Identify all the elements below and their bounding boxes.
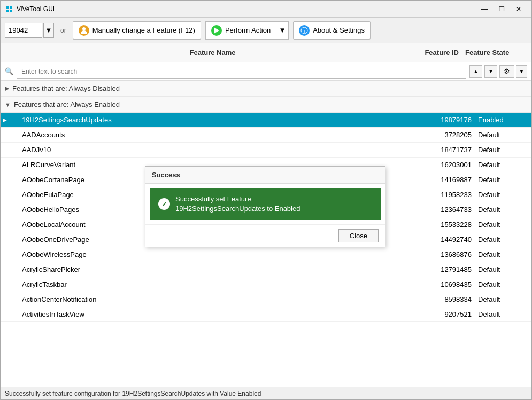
- manually-change-label: Manually change a Feature (F12): [92, 26, 195, 34]
- about-settings-label: About & Settings: [313, 26, 365, 34]
- row-feature-state: Default: [478, 191, 531, 199]
- chevron-down-icon: ▼: [5, 101, 11, 108]
- table-row[interactable]: ▶ 19H2SettingsSearchUpdates 19879176 Ena…: [1, 113, 531, 128]
- group-always-disabled[interactable]: ▶ Features that are: Always Disabled: [1, 81, 531, 97]
- restore-button[interactable]: ❐: [493, 1, 510, 18]
- search-settings-dropdown[interactable]: ▼: [516, 65, 527, 78]
- version-dropdown[interactable]: ▼: [5, 23, 54, 38]
- row-feature-id: 18471737: [425, 146, 478, 154]
- search-next-button[interactable]: ▼: [484, 65, 497, 78]
- row-feature-id: 9207521: [425, 310, 478, 318]
- table-row[interactable]: ActivitiesInTaskView 9207521 Default: [1, 307, 531, 322]
- row-feature-state: Default: [478, 265, 531, 273]
- row-feature-name: AADAccounts: [9, 131, 425, 139]
- row-feature-id: 19879176: [425, 116, 478, 124]
- row-feature-name: ActivitiesInTaskView: [9, 310, 425, 318]
- success-dialog: Success ✓ Successfully set Feature 19H2S…: [145, 166, 385, 247]
- row-feature-name: AADJv10: [9, 146, 425, 154]
- dialog-footer: Close: [145, 224, 385, 247]
- row-feature-id: 11958233: [425, 191, 478, 199]
- row-feature-state: Default: [478, 161, 531, 169]
- group-enabled-label: Features that are: Always Enabled: [14, 100, 120, 108]
- search-input[interactable]: [17, 65, 466, 79]
- chevron-right-icon: ▶: [5, 85, 9, 92]
- table-row[interactable]: AOobeWirelessPage 13686876 Default: [1, 247, 531, 262]
- row-feature-id: 10698435: [425, 280, 478, 288]
- row-feature-state: Default: [478, 310, 531, 318]
- svg-text:i: i: [304, 28, 305, 34]
- row-feature-id: 16203001: [425, 161, 478, 169]
- group-always-enabled[interactable]: ▼ Features that are: Always Enabled: [1, 97, 531, 113]
- row-feature-id: 12364733: [425, 206, 478, 214]
- svg-rect-2: [6, 10, 9, 12]
- perform-action-button[interactable]: Perform Action: [205, 21, 276, 40]
- dialog-title: Success: [145, 167, 385, 184]
- row-feature-state: Default: [478, 206, 531, 214]
- minimize-button[interactable]: —: [476, 1, 493, 18]
- check-icon: ✓: [158, 198, 170, 210]
- row-feature-name: 19H2SettingsSearchUpdates: [9, 116, 425, 124]
- close-button[interactable]: ✕: [510, 1, 527, 18]
- dialog-msg-line1: Successfully set Feature: [175, 195, 251, 203]
- row-feature-state: Default: [478, 236, 531, 244]
- svg-rect-3: [10, 10, 12, 12]
- row-feature-name: ActionCenterNotification: [9, 295, 425, 303]
- row-feature-id: 12791485: [425, 265, 478, 273]
- dialog-message-text: Successfully set Feature 19H2SettingsSea…: [175, 194, 300, 214]
- svg-rect-0: [6, 6, 9, 9]
- col-header-feature-state: Feature State: [465, 49, 519, 57]
- or-label: or: [60, 27, 66, 34]
- user-icon: [79, 25, 89, 36]
- manually-change-button[interactable]: Manually change a Feature (F12): [73, 21, 201, 40]
- title-bar-controls: — ❐ ✕: [476, 1, 527, 18]
- main-window: ViVeTool GUI — ❐ ✕ ▼ or Manually change …: [0, 0, 532, 400]
- version-dropdown-arrow[interactable]: ▼: [43, 23, 54, 38]
- row-feature-state: Default: [478, 146, 531, 154]
- search-icon: 🔍: [5, 67, 13, 75]
- row-feature-state: Default: [478, 131, 531, 139]
- row-feature-id: 14169887: [425, 176, 478, 184]
- about-settings-button[interactable]: i About & Settings: [293, 21, 371, 40]
- row-feature-state: Default: [478, 221, 531, 229]
- search-settings-button[interactable]: ⚙: [499, 65, 514, 78]
- col-header-feature-id: Feature ID: [412, 49, 465, 57]
- svg-rect-1: [10, 6, 12, 9]
- table-row[interactable]: AcrylicSharePicker 12791485 Default: [1, 262, 531, 277]
- table-row[interactable]: AcrylicTaskbar 10698435 Default: [1, 277, 531, 292]
- row-feature-name: AcrylicTaskbar: [9, 280, 425, 288]
- row-feature-name: AcrylicSharePicker: [9, 265, 425, 273]
- row-feature-state: Default: [478, 176, 531, 184]
- version-input[interactable]: [5, 23, 42, 38]
- search-controls: ▲ ▼ ⚙ ▼: [469, 65, 527, 78]
- toolbar: ▼ or Manually change a Feature (F12) Per…: [1, 18, 531, 43]
- perform-action-splitbutton: Perform Action ▼: [205, 21, 289, 40]
- search-prev-button[interactable]: ▲: [469, 65, 482, 78]
- svg-point-4: [82, 27, 86, 30]
- main-content: ▶ Features that are: Always Disabled ▼ F…: [1, 81, 531, 387]
- row-feature-id: 8598334: [425, 295, 478, 303]
- dialog-close-button[interactable]: Close: [338, 229, 379, 242]
- play-icon: [211, 25, 222, 36]
- search-bar: 🔍 ▲ ▼ ⚙ ▼: [1, 62, 531, 81]
- col-header-feature-name: Feature Name: [13, 49, 412, 57]
- table-row[interactable]: AADJv10 18471737 Default: [1, 143, 531, 158]
- table-header: Feature Name Feature ID Feature State: [1, 43, 531, 62]
- table-row[interactable]: AADAccounts 3728205 Default: [1, 128, 531, 143]
- dialog-msg-line2: 19H2SettingsSearchUpdates to Enabled: [175, 205, 300, 213]
- table-row[interactable]: ActionCenterNotification 8598334 Default: [1, 292, 531, 307]
- group-disabled-label: Features that are: Always Disabled: [12, 84, 120, 92]
- dialog-success-message: ✓ Successfully set Feature 19H2SettingsS…: [150, 188, 381, 220]
- info-icon: i: [299, 25, 310, 36]
- row-feature-id: 13686876: [425, 250, 478, 258]
- row-feature-state: Enabled: [478, 116, 531, 124]
- status-bar: Successfully set feature configuration f…: [1, 387, 531, 399]
- row-feature-id: 3728205: [425, 131, 478, 139]
- row-feature-id: 15533228: [425, 221, 478, 229]
- row-feature-state: Default: [478, 250, 531, 258]
- title-bar-title: ViVeTool GUI: [17, 5, 476, 13]
- status-text: Successfully set feature configuration f…: [5, 390, 261, 397]
- row-feature-name: AOobeWirelessPage: [9, 250, 425, 258]
- perform-action-dropdown-arrow[interactable]: ▼: [276, 21, 289, 40]
- row-feature-state: Default: [478, 280, 531, 288]
- row-indicator: ▶: [1, 117, 9, 123]
